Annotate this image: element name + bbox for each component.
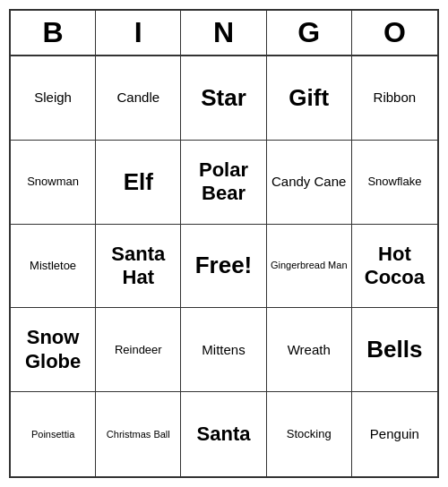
bingo-cell-18: Wreath	[267, 308, 352, 392]
header-letter: I	[96, 11, 181, 55]
bingo-grid: SleighCandleStarGiftRibbonSnowmanElfPola…	[11, 56, 437, 476]
bingo-cell-1: Candle	[96, 56, 181, 141]
bingo-header: BINGO	[11, 11, 437, 56]
bingo-cell-6: Elf	[96, 141, 181, 225]
bingo-cell-7: Polar Bear	[181, 141, 266, 225]
bingo-cell-10: Mistletoe	[11, 225, 96, 309]
bingo-cell-17: Mittens	[181, 308, 266, 392]
bingo-cell-8: Candy Cane	[267, 141, 352, 225]
bingo-cell-3: Gift	[267, 56, 352, 141]
header-letter: N	[181, 11, 266, 55]
bingo-cell-24: Penguin	[352, 392, 437, 476]
bingo-cell-16: Reindeer	[96, 308, 181, 392]
bingo-cell-13: Gingerbread Man	[267, 225, 352, 309]
bingo-cell-9: Snowflake	[352, 141, 437, 225]
bingo-cell-22: Santa	[181, 392, 266, 476]
header-letter: B	[11, 11, 96, 55]
bingo-cell-23: Stocking	[267, 392, 352, 476]
bingo-cell-15: Snow Globe	[11, 308, 96, 392]
bingo-cell-0: Sleigh	[11, 56, 96, 141]
bingo-cell-14: Hot Cocoa	[352, 225, 437, 309]
bingo-cell-20: Poinsettia	[11, 392, 96, 476]
bingo-cell-12: Free!	[181, 225, 266, 309]
header-letter: O	[352, 11, 437, 55]
bingo-cell-2: Star	[181, 56, 266, 141]
bingo-cell-5: Snowman	[11, 141, 96, 225]
bingo-cell-21: Christmas Ball	[96, 392, 181, 476]
bingo-card: BINGO SleighCandleStarGiftRibbonSnowmanE…	[9, 9, 439, 478]
bingo-cell-11: Santa Hat	[96, 225, 181, 309]
header-letter: G	[267, 11, 352, 55]
bingo-cell-19: Bells	[352, 308, 437, 392]
bingo-cell-4: Ribbon	[352, 56, 437, 141]
